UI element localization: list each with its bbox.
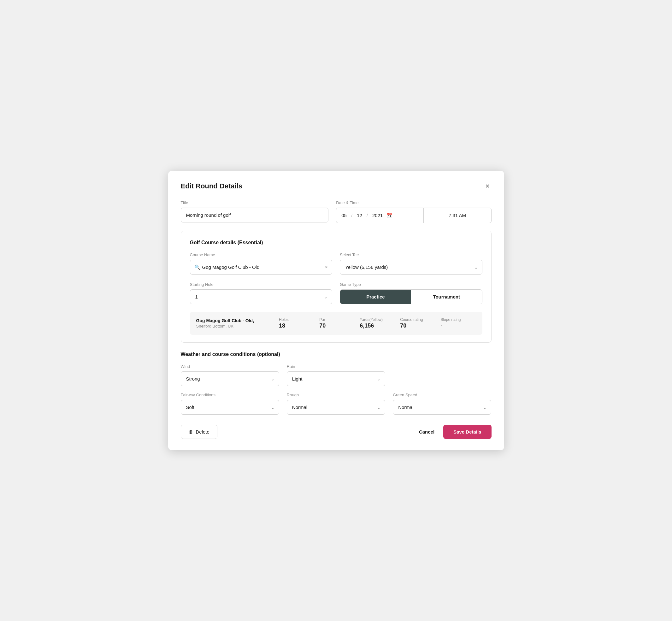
course-name-group: Course Name 🔍 × <box>190 252 333 275</box>
date-year: 2021 <box>372 213 383 218</box>
green-speed-dropdown[interactable]: Normal <box>393 400 491 415</box>
title-group: Title <box>181 200 329 222</box>
course-search-wrap: 🔍 × <box>190 260 333 275</box>
calendar-icon: 📅 <box>386 212 393 218</box>
modal-header: Edit Round Details × <box>181 182 492 190</box>
rough-dropdown[interactable]: Normal <box>287 400 385 415</box>
fairway-dropdown[interactable]: Soft <box>181 400 279 415</box>
starting-hole-group: Starting Hole 1 ⌄ <box>190 282 333 304</box>
green-speed-wrap: Normal ⌄ <box>393 400 491 415</box>
green-speed-label: Green Speed <box>393 392 491 397</box>
date-time-container: 05 / 12 / 2021 📅 7:31 AM <box>336 208 491 223</box>
select-tee-dropdown[interactable]: Yellow (6,156 yards) <box>340 260 482 275</box>
cancel-button[interactable]: Cancel <box>416 425 437 439</box>
starting-hole-dropdown[interactable]: 1 <box>190 289 333 304</box>
clear-course-icon[interactable]: × <box>325 264 328 270</box>
modal-title: Edit Round Details <box>181 182 243 190</box>
rain-label: Rain <box>287 364 385 369</box>
close-button[interactable]: × <box>484 182 492 190</box>
fairway-rough-green-row: Fairway Conditions Soft ⌄ Rough Normal ⌄ <box>181 392 492 415</box>
wind-group: Wind Strong ⌄ <box>181 364 279 386</box>
course-info-location: Shelford Bottom, UK <box>196 324 274 329</box>
datetime-label: Date & Time <box>336 200 491 205</box>
yards-label: Yards(Yellow) <box>360 318 383 322</box>
edit-round-modal: Edit Round Details × Title Date & Time 0… <box>168 171 504 450</box>
practice-toggle[interactable]: Practice <box>340 290 411 304</box>
save-button[interactable]: Save Details <box>443 425 491 439</box>
date-day: 12 <box>357 213 362 218</box>
select-tee-group: Select Tee Yellow (6,156 yards) ⌄ <box>340 252 482 275</box>
wind-rain-row: Wind Strong ⌄ Rain Light ⌄ <box>181 364 492 386</box>
date-sep1: / <box>351 213 352 218</box>
rain-group: Rain Light ⌄ <box>287 364 385 386</box>
rain-wrap: Light ⌄ <box>287 371 385 386</box>
datetime-group: Date & Time 05 / 12 / 2021 📅 7:31 AM <box>336 200 491 223</box>
rough-wrap: Normal ⌄ <box>287 400 385 415</box>
delete-label: Delete <box>196 429 209 434</box>
slope-rating-value: - <box>440 323 442 329</box>
starting-hole-label: Starting Hole <box>190 282 333 287</box>
course-name-input[interactable] <box>190 260 333 275</box>
course-tee-row: Course Name 🔍 × Select Tee Yellow (6,156… <box>190 252 482 275</box>
fairway-group: Fairway Conditions Soft ⌄ <box>181 392 279 415</box>
course-rating-label: Course rating <box>400 318 423 322</box>
course-info-name: Gog Magog Golf Club - Old, <box>196 318 274 323</box>
par-stat: Par 70 <box>314 318 354 329</box>
green-speed-group: Green Speed Normal ⌄ <box>393 392 491 415</box>
date-sep2: / <box>367 213 368 218</box>
golf-section-title: Golf Course details (Essential) <box>190 240 482 246</box>
game-type-label: Game Type <box>340 282 482 287</box>
starting-hole-wrap: 1 ⌄ <box>190 289 333 304</box>
time-box[interactable]: 7:31 AM <box>423 208 492 223</box>
rough-label: Rough <box>287 392 385 397</box>
yards-value: 6,156 <box>360 323 374 329</box>
title-datetime-row: Title Date & Time 05 / 12 / 2021 📅 7:31 … <box>181 200 492 223</box>
game-type-group: Game Type Practice Tournament <box>340 282 482 304</box>
trash-icon: 🗑 <box>189 429 194 434</box>
search-icon: 🔍 <box>194 264 200 270</box>
fairway-label: Fairway Conditions <box>181 392 279 397</box>
slope-rating-stat: Slope rating - <box>435 318 476 329</box>
game-type-toggle: Practice Tournament <box>340 289 482 304</box>
select-tee-wrap: Yellow (6,156 yards) ⌄ <box>340 260 482 275</box>
yards-stat: Yards(Yellow) 6,156 <box>354 318 395 329</box>
title-input[interactable] <box>181 208 329 222</box>
delete-button[interactable]: 🗑 Delete <box>181 425 217 439</box>
select-tee-label: Select Tee <box>340 252 482 257</box>
course-rating-stat: Course rating 70 <box>395 318 435 329</box>
course-info-row: Gog Magog Golf Club - Old, Shelford Bott… <box>190 312 482 335</box>
par-value: 70 <box>319 323 326 329</box>
course-rating-value: 70 <box>400 323 406 329</box>
fairway-wrap: Soft ⌄ <box>181 400 279 415</box>
holes-stat: Holes 18 <box>274 318 314 329</box>
hole-gametype-row: Starting Hole 1 ⌄ Game Type Practice Tou… <box>190 282 482 304</box>
rain-dropdown[interactable]: Light <box>287 371 385 386</box>
time-value: 7:31 AM <box>449 213 466 218</box>
tournament-toggle[interactable]: Tournament <box>411 290 482 304</box>
weather-section: Weather and course conditions (optional)… <box>181 351 492 415</box>
course-info-name-block: Gog Magog Golf Club - Old, Shelford Bott… <box>196 318 274 329</box>
date-box[interactable]: 05 / 12 / 2021 📅 <box>336 208 423 223</box>
wind-label: Wind <box>181 364 279 369</box>
wind-wrap: Strong ⌄ <box>181 371 279 386</box>
holes-value: 18 <box>279 323 285 329</box>
slope-rating-label: Slope rating <box>440 318 461 322</box>
course-name-label: Course Name <box>190 252 333 257</box>
wind-dropdown[interactable]: Strong <box>181 371 279 386</box>
golf-course-section: Golf Course details (Essential) Course N… <box>181 231 492 343</box>
holes-label: Holes <box>279 318 289 322</box>
date-month: 05 <box>341 213 347 218</box>
modal-footer: 🗑 Delete Cancel Save Details <box>181 425 492 439</box>
weather-section-title: Weather and course conditions (optional) <box>181 351 492 357</box>
par-label: Par <box>319 318 325 322</box>
rough-group: Rough Normal ⌄ <box>287 392 385 415</box>
title-label: Title <box>181 200 329 205</box>
footer-right-actions: Cancel Save Details <box>416 425 492 439</box>
